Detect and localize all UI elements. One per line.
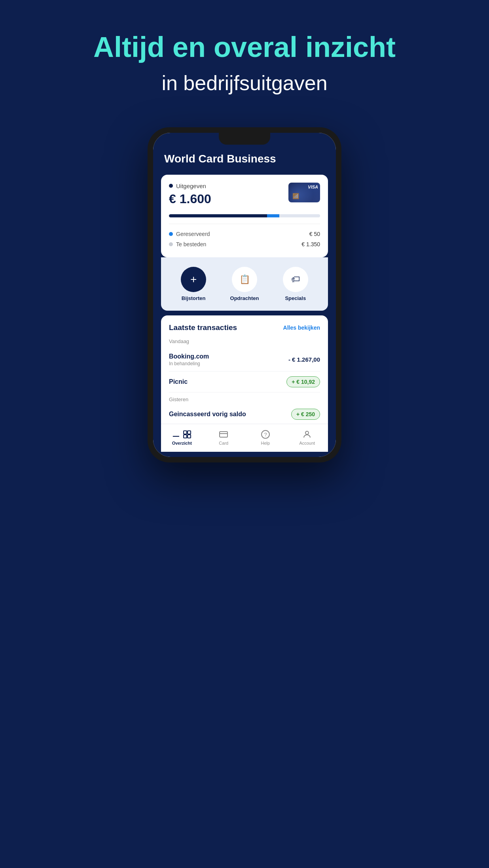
help-icon: ? xyxy=(261,429,270,439)
transaction-booking-info: Booking.com In behandeling xyxy=(169,353,209,366)
clipboard-icon: 📋 xyxy=(239,274,250,285)
transactions-section: Laatste transacties Alles bekijken Vanda… xyxy=(161,315,328,392)
bijstorten-button[interactable]: + xyxy=(181,267,206,292)
available-row: Te besteden € 1.350 xyxy=(169,239,320,249)
geincasseerd-amount: + € 250 xyxy=(291,409,320,420)
booking-sub: In behandeling xyxy=(169,361,209,366)
balance-details: Gereserveerd € 50 Te besteden € 1.350 xyxy=(169,224,320,249)
transaction-booking[interactable]: Booking.com In behandeling - € 1.267,00 xyxy=(169,348,320,372)
specials-button[interactable]: 🏷 xyxy=(283,267,308,292)
svg-rect-1 xyxy=(184,435,187,438)
quick-actions: + Bijstorten 📋 Opdrachten 🏷 xyxy=(161,257,328,311)
reserved-amount: € 50 xyxy=(309,231,320,237)
booking-amount: - € 1.267,00 xyxy=(288,356,320,363)
opdrachten-label: Opdrachten xyxy=(230,295,259,301)
date-gisteren: Gisteren xyxy=(169,392,320,405)
card-icon xyxy=(219,429,228,439)
reserved-label: Gereserveerd xyxy=(176,231,210,237)
transactions-header: Laatste transacties Alles bekijken xyxy=(169,323,320,332)
available-label: Te besteden xyxy=(176,241,206,247)
specials-label: Specials xyxy=(285,295,306,301)
reserved-label-group: Gereserveerd xyxy=(169,231,210,237)
phone-outer: World Card Business Uitgegeven € 1.600 xyxy=(148,127,341,462)
svg-text:?: ? xyxy=(264,432,267,438)
booking-name: Booking.com xyxy=(169,353,209,360)
nav-card[interactable]: Card xyxy=(203,429,245,445)
hero-header: Altijd en overal inzicht in bedrijfsuitg… xyxy=(70,0,419,119)
phone-notch xyxy=(219,133,270,145)
geincasseerd-name: Geincasseerd vorig saldo xyxy=(169,411,246,418)
svg-rect-3 xyxy=(188,435,191,438)
phone-screen: World Card Business Uitgegeven € 1.600 xyxy=(153,133,336,457)
nav-help[interactable]: ? Help xyxy=(244,429,286,445)
action-opdrachten[interactable]: 📋 Opdrachten xyxy=(230,267,259,301)
svg-point-8 xyxy=(305,431,309,434)
svg-rect-2 xyxy=(188,431,191,434)
dot-blue xyxy=(169,232,173,236)
available-amount: € 1.350 xyxy=(301,241,320,247)
dot-gray xyxy=(169,242,173,246)
balance-header: Uitgegeven € 1.600 VISA 📶 xyxy=(169,183,320,211)
bijstorten-label: Bijstorten xyxy=(182,295,206,301)
picnic-name: Picnic xyxy=(169,378,188,385)
progress-dark-fill xyxy=(169,214,267,217)
nav-account[interactable]: Account xyxy=(286,429,328,445)
visa-text: VISA xyxy=(308,185,318,189)
plus-icon: + xyxy=(190,274,197,285)
nav-overzicht[interactable]: ⚊ Overzicht xyxy=(161,429,203,445)
svg-rect-0 xyxy=(184,431,187,434)
account-icon xyxy=(302,429,312,439)
transactions-gisteren: Gisteren Geincasseerd vorig saldo + € 25… xyxy=(161,392,328,424)
nav-help-label: Help xyxy=(261,441,270,445)
progress-blue-fill xyxy=(267,214,279,217)
opdrachten-button[interactable]: 📋 xyxy=(232,267,257,292)
nav-card-label: Card xyxy=(219,441,228,445)
balance-amount: € 1.600 xyxy=(169,192,211,206)
progress-bar xyxy=(169,214,320,217)
dot-dark xyxy=(169,184,173,188)
reserved-row: Gereserveerd € 50 xyxy=(169,229,320,239)
tag-icon: 🏷 xyxy=(291,274,300,285)
bottom-navigation: ⚊ Overzicht xyxy=(161,424,328,452)
transaction-picnic-info: Picnic xyxy=(169,378,188,385)
action-bijstorten[interactable]: + Bijstorten xyxy=(181,267,206,301)
action-specials[interactable]: 🏷 Specials xyxy=(283,267,308,301)
credit-card-image: VISA 📶 xyxy=(288,183,320,202)
phone-mockup: World Card Business Uitgegeven € 1.600 xyxy=(148,127,341,462)
view-all-button[interactable]: Alles bekijken xyxy=(283,325,320,331)
overzicht-icon: ⚊ xyxy=(172,429,192,439)
nav-account-label: Account xyxy=(299,441,315,445)
date-vandaag: Vandaag xyxy=(169,338,320,344)
picnic-amount: + € 10,92 xyxy=(286,376,320,387)
svg-rect-4 xyxy=(220,432,227,437)
nav-overzicht-label: Overzicht xyxy=(172,441,192,445)
transaction-geincasseerd[interactable]: Geincasseerd vorig saldo + € 250 xyxy=(169,405,320,424)
balance-card: Uitgegeven € 1.600 VISA 📶 xyxy=(161,175,328,257)
balance-label: Uitgegeven xyxy=(176,183,206,189)
balance-label-row: Uitgegeven xyxy=(169,183,211,189)
wifi-icon: 📶 xyxy=(292,193,299,199)
screen-title: World Card Business xyxy=(164,153,325,165)
available-label-group: Te besteden xyxy=(169,241,206,247)
hero-subtitle: in bedrijfsuitgaven xyxy=(93,71,396,95)
transaction-picnic[interactable]: Picnic + € 10,92 xyxy=(169,372,320,392)
phone-inner: World Card Business Uitgegeven € 1.600 xyxy=(153,133,336,457)
transactions-title: Laatste transacties xyxy=(169,323,237,332)
hero-title: Altijd en overal inzicht xyxy=(93,32,396,63)
